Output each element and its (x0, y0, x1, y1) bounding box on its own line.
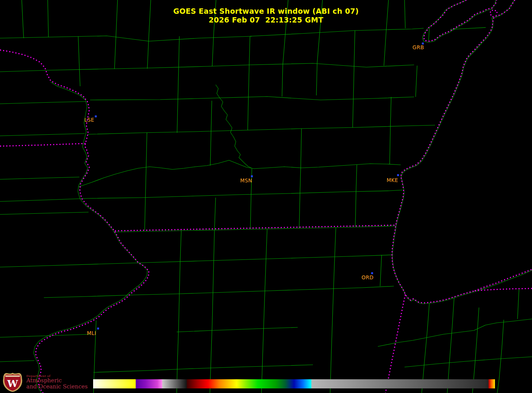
county-boundary-line (353, 31, 355, 127)
station-label-msn: MSN (240, 177, 252, 184)
county-boundary-line (177, 230, 181, 393)
county-boundary-line (0, 101, 86, 104)
station-marker-mli (97, 328, 99, 330)
county-boundary-line (177, 36, 179, 133)
county-boundary-line (405, 357, 532, 367)
station-label-lse: LSE (84, 117, 94, 123)
title-line-1: GOES East Shortwave IR window (ABI ch 07… (0, 7, 532, 16)
county-boundary-line (115, 226, 395, 232)
station-label-grb: GRB (413, 44, 424, 50)
county-boundary-line (299, 129, 301, 228)
aos-logo: W Department of Atmospheric and Oceanic … (2, 372, 88, 392)
county-boundary-line (429, 28, 429, 40)
station-label-mli: MLI (87, 330, 96, 336)
image-title: GOES East Shortwave IR window (ABI ch 07… (0, 7, 532, 24)
county-boundary-line (44, 286, 394, 298)
county-boundary-line (0, 36, 252, 41)
logo-name-line-2: and Oceanic Sciences (26, 384, 88, 390)
county-boundary-line (0, 177, 79, 179)
title-line-2: 2026 Feb 07 22:13:25 GMT (0, 16, 532, 24)
uw-crest-icon: W (2, 372, 23, 392)
county-boundary-line (261, 229, 267, 393)
county-boundary-line (0, 190, 403, 201)
county-boundary-line (330, 227, 336, 393)
county-boundary-line (355, 165, 357, 226)
state-border-line (0, 143, 85, 146)
county-boundary-line (94, 365, 313, 372)
state-border-line (0, 50, 149, 393)
county-boundary-line (250, 63, 414, 67)
map-svg (0, 0, 532, 393)
county-boundary-line (378, 319, 532, 346)
county-boundary-line (0, 65, 250, 72)
county-boundary-line (0, 255, 393, 267)
county-boundary-line (517, 289, 519, 319)
county-boundary-line (0, 134, 85, 136)
river-line (51, 82, 113, 230)
county-boundary-line (497, 320, 504, 393)
station-marker-mke (397, 174, 399, 176)
county-boundary-line (210, 101, 212, 166)
county-boundary-line (90, 97, 414, 100)
county-boundary-line (0, 361, 34, 362)
svg-text:W: W (7, 378, 18, 389)
state-border-line (115, 225, 396, 231)
logo-text: Department of Atmospheric and Oceanic Sc… (26, 372, 88, 390)
county-boundary-line (177, 327, 298, 332)
county-boundary-line (250, 28, 424, 36)
county-boundary-line (447, 298, 454, 393)
county-boundary-line (88, 125, 435, 134)
county-boundary-line (416, 66, 417, 97)
county-boundary-line (248, 37, 250, 130)
temperature-colorbar (93, 379, 495, 388)
county-boundary-line (78, 37, 80, 86)
county-boundary-line (0, 334, 91, 337)
county-boundary-line (145, 133, 147, 230)
river-line (34, 230, 147, 393)
state-border-line (385, 295, 405, 393)
state-border-line (392, 18, 494, 303)
county-boundary-line (78, 160, 401, 187)
station-marker-msn (251, 176, 253, 177)
station-marker-lse (95, 116, 97, 118)
county-boundary-line (390, 97, 391, 164)
station-label-ord: ORD (361, 274, 374, 280)
state-border-line (475, 269, 532, 291)
county-boundary-line (0, 212, 89, 214)
station-label-mke: MKE (387, 177, 398, 183)
county-boundary-line (380, 255, 382, 286)
satellite-map-stage: GOES East Shortwave IR window (ABI ch 07… (0, 0, 532, 393)
station-marker-ord (371, 272, 373, 274)
logo-name-line-1: Atmospheric (26, 378, 88, 384)
county-boundary-line (210, 198, 216, 393)
